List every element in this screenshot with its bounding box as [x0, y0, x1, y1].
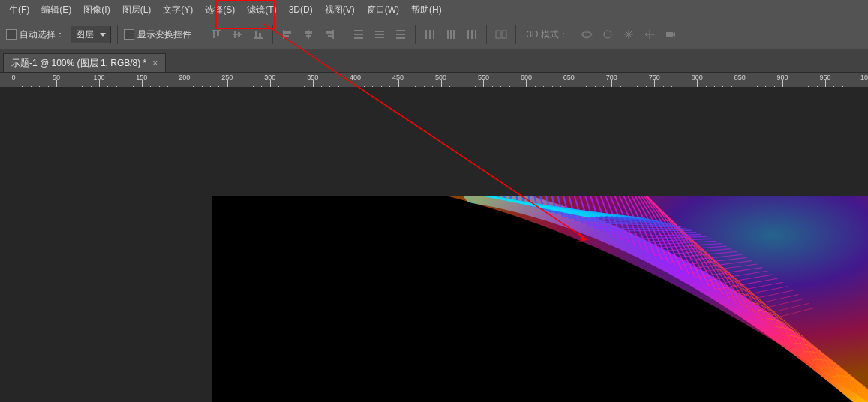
separator [515, 25, 516, 44]
menu-bar: 牛(F) 编辑(E) 图像(I) 图层(L) 文字(Y) 选择(S) 滤镜(T)… [0, 0, 868, 20]
auto-align-icon[interactable] [493, 26, 509, 43]
workspace[interactable] [0, 87, 868, 402]
menu-type[interactable]: 文字(Y) [157, 0, 199, 20]
svg-rect-29 [433, 30, 434, 39]
distribute-group-2 [422, 26, 480, 43]
chevron-down-icon [100, 33, 106, 37]
slide-icon[interactable] [641, 26, 658, 43]
distribute-right-icon[interactable] [464, 26, 480, 43]
svg-rect-23 [375, 37, 384, 38]
checkbox-box-icon [6, 29, 17, 40]
separator [486, 25, 487, 44]
orbit-icon[interactable] [578, 26, 595, 43]
svg-rect-2 [217, 32, 219, 36]
checkbox-box-icon [124, 29, 134, 40]
auto-select-checkbox[interactable]: 自动选择： [6, 28, 65, 41]
svg-rect-34 [471, 30, 473, 39]
svg-rect-24 [396, 30, 405, 32]
align-left-icon[interactable] [279, 26, 296, 43]
separator [344, 25, 344, 44]
show-transform-checkbox[interactable]: 显示变换控件 [124, 28, 191, 41]
svg-rect-31 [450, 30, 452, 39]
close-icon[interactable]: × [152, 58, 158, 68]
pan-icon[interactable] [620, 26, 637, 43]
annotation-highlight-box [215, 0, 275, 29]
menu-edit[interactable]: 编辑(E) [35, 0, 77, 20]
distribute-bottom-icon[interactable] [392, 26, 409, 43]
svg-rect-20 [354, 38, 363, 39]
svg-rect-3 [233, 34, 242, 35]
svg-rect-5 [238, 32, 240, 37]
svg-rect-37 [502, 31, 506, 38]
options-bar: 自动选择： 图层 显示变换控件 3D 模式： [0, 20, 868, 50]
svg-rect-21 [375, 31, 384, 32]
feather-image [212, 196, 868, 402]
svg-rect-1 [213, 32, 215, 38]
svg-rect-36 [496, 31, 500, 38]
distribute-vcenter-icon[interactable] [371, 26, 388, 43]
document-canvas[interactable] [212, 196, 868, 402]
svg-rect-27 [425, 30, 427, 39]
svg-rect-25 [396, 34, 405, 35]
camera-icon[interactable] [662, 26, 679, 43]
svg-rect-6 [254, 38, 263, 39]
svg-rect-26 [396, 38, 405, 39]
layer-dropdown[interactable]: 图层 [71, 26, 111, 44]
align-right-icon[interactable] [321, 26, 338, 43]
svg-rect-13 [305, 32, 312, 34]
separator [415, 25, 416, 44]
svg-rect-28 [429, 30, 431, 39]
svg-rect-22 [375, 34, 384, 35]
show-transform-label: 显示变换控件 [137, 28, 191, 41]
svg-rect-4 [234, 31, 236, 38]
svg-rect-10 [284, 32, 291, 34]
roll-icon[interactable] [599, 26, 616, 43]
svg-rect-30 [447, 30, 449, 39]
svg-rect-18 [354, 30, 363, 32]
svg-rect-11 [284, 35, 289, 38]
mode3d-label: 3D 模式： [522, 28, 572, 41]
auto-select-label: 自动选择： [20, 28, 65, 41]
svg-rect-41 [666, 32, 673, 37]
distribute-group-1 [350, 26, 409, 43]
svg-rect-0 [212, 30, 221, 32]
svg-rect-9 [283, 30, 284, 39]
svg-rect-16 [326, 32, 332, 34]
menu-view[interactable]: 视图(V) [319, 0, 361, 20]
distribute-hcenter-icon[interactable] [443, 26, 459, 43]
svg-rect-17 [328, 35, 332, 38]
svg-rect-19 [354, 34, 363, 35]
menu-window[interactable]: 窗口(W) [361, 0, 405, 20]
menu-3d[interactable]: 3D(D) [283, 0, 319, 20]
svg-rect-14 [306, 35, 311, 38]
svg-rect-7 [255, 31, 257, 38]
mode3d-group [578, 26, 679, 43]
menu-file[interactable]: 牛(F) [3, 0, 35, 20]
distribute-left-icon[interactable] [422, 26, 438, 43]
align-hcenter-icon[interactable] [300, 26, 317, 43]
document-tab-bar: 示题-1 @ 100% (图层 1, RGB/8) * × [0, 50, 868, 73]
svg-rect-15 [332, 30, 334, 39]
svg-rect-32 [453, 30, 455, 39]
svg-rect-33 [467, 30, 469, 39]
menu-layer[interactable]: 图层(L) [116, 0, 158, 20]
separator [117, 25, 118, 44]
svg-rect-8 [259, 33, 261, 38]
menu-image[interactable]: 图像(I) [77, 0, 116, 20]
layer-dropdown-label: 图层 [76, 28, 94, 41]
align-group-2 [279, 26, 338, 43]
document-tab-title: 示题-1 @ 100% (图层 1, RGB/8) * [11, 57, 146, 70]
document-tab[interactable]: 示题-1 @ 100% (图层 1, RGB/8) * × [3, 53, 166, 72]
svg-rect-35 [475, 30, 476, 39]
menu-help[interactable]: 帮助(H) [405, 0, 448, 20]
distribute-top-icon[interactable] [350, 26, 367, 43]
svg-rect-12 [308, 30, 309, 39]
